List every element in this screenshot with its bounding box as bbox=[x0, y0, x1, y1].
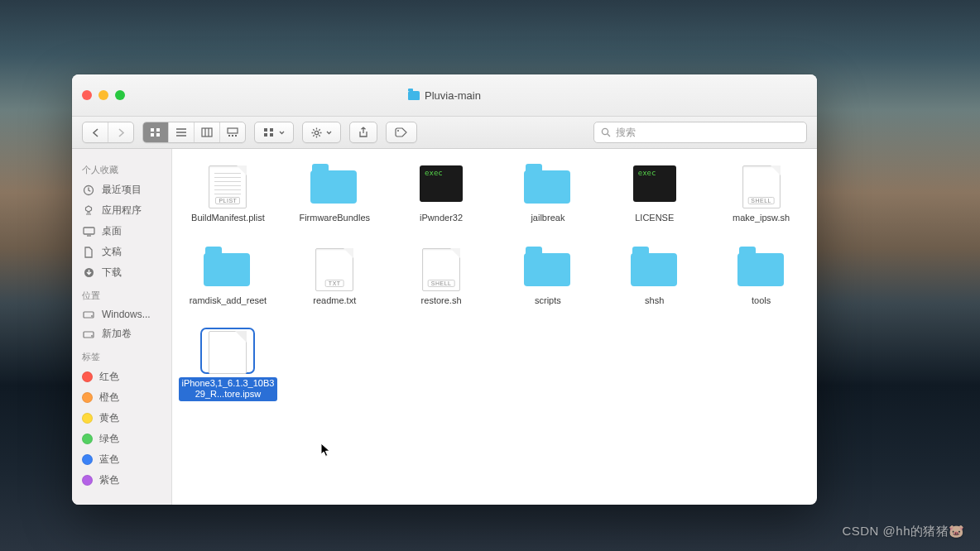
list-view-button[interactable] bbox=[169, 122, 195, 142]
toolbar: 搜索 bbox=[72, 117, 817, 149]
sidebar-item-label: 红色 bbox=[99, 370, 119, 384]
gallery-view-button[interactable] bbox=[220, 122, 245, 142]
sidebar-item-label: 橙色 bbox=[99, 390, 119, 405]
action-button[interactable] bbox=[302, 122, 341, 143]
cursor-icon bbox=[320, 443, 332, 458]
file-item[interactable]: ramdisk_add_reset bbox=[177, 243, 279, 311]
sidebar-item-label: 最近项目 bbox=[102, 183, 142, 197]
chevron-down-icon bbox=[326, 131, 332, 135]
svg-rect-11 bbox=[228, 135, 230, 137]
sidebar-item[interactable]: 下载 bbox=[72, 262, 171, 283]
file-item[interactable]: TXTreadme.txt bbox=[284, 243, 386, 311]
folder-icon bbox=[524, 248, 572, 288]
forward-button[interactable] bbox=[108, 122, 133, 142]
tag-dot-icon bbox=[82, 413, 93, 424]
sidebar-item[interactable]: 绿色 bbox=[72, 429, 171, 449]
file-label: shsh bbox=[642, 295, 666, 308]
desk-icon bbox=[82, 226, 95, 237]
file-item[interactable]: SHELLrestore.sh bbox=[391, 243, 492, 311]
file-item[interactable]: SHELLmake_ipsw.sh bbox=[710, 161, 812, 228]
file-item[interactable]: jailbreak bbox=[497, 161, 599, 228]
column-view-button[interactable] bbox=[195, 122, 220, 142]
finder-window: Pluvia-main bbox=[72, 74, 817, 505]
svg-rect-7 bbox=[202, 128, 212, 137]
window-title: Pluvia-main bbox=[72, 89, 817, 102]
folder-icon bbox=[408, 91, 420, 100]
search-placeholder: 搜索 bbox=[616, 126, 636, 140]
group-by-button[interactable] bbox=[254, 122, 294, 143]
svg-rect-36 bbox=[84, 332, 94, 338]
file-label: jailbreak bbox=[528, 212, 567, 225]
document-icon: SHELL bbox=[417, 248, 465, 288]
file-label: readme.txt bbox=[310, 295, 358, 308]
svg-line-23 bbox=[313, 129, 314, 130]
search-field[interactable]: 搜索 bbox=[593, 122, 807, 143]
svg-rect-1 bbox=[156, 128, 160, 132]
tag-icon bbox=[395, 127, 408, 137]
window-title-text: Pluvia-main bbox=[425, 89, 481, 102]
sidebar-item[interactable]: 新加卷 bbox=[72, 323, 171, 344]
maximize-button[interactable] bbox=[115, 90, 125, 100]
file-item[interactable]: execiPwnder32 bbox=[391, 161, 492, 228]
sidebar-header: 标签 bbox=[72, 344, 171, 367]
svg-point-28 bbox=[602, 128, 608, 134]
file-label: LICENSE bbox=[632, 212, 676, 225]
sidebar-item[interactable]: 紫色 bbox=[72, 470, 171, 491]
document-icon: SHELL bbox=[737, 165, 785, 205]
svg-rect-3 bbox=[156, 133, 160, 137]
sidebar-item[interactable]: 桌面 bbox=[72, 221, 171, 242]
tag-dot-icon bbox=[82, 371, 93, 382]
file-item[interactable]: tools bbox=[710, 243, 812, 311]
share-button[interactable] bbox=[349, 122, 377, 143]
svg-point-18 bbox=[315, 131, 318, 134]
svg-point-35 bbox=[91, 315, 93, 317]
file-label: make_ipsw.sh bbox=[730, 212, 792, 225]
sidebar-item-label: 新加卷 bbox=[102, 327, 132, 341]
sidebar-item[interactable]: 最近项目 bbox=[72, 180, 171, 200]
tag-dot-icon bbox=[82, 475, 93, 486]
svg-point-27 bbox=[397, 130, 399, 132]
sidebar-item[interactable]: 蓝色 bbox=[72, 449, 171, 470]
sidebar-item[interactable]: 黄色 bbox=[72, 408, 171, 429]
file-label: restore.sh bbox=[419, 295, 464, 308]
sidebar-item-label: 下载 bbox=[102, 266, 122, 280]
file-grid[interactable]: PLISTBuildManifest.plistFirmwareBundlese… bbox=[172, 149, 817, 505]
folder-icon bbox=[524, 165, 572, 205]
file-icon bbox=[204, 331, 252, 371]
close-button[interactable] bbox=[82, 90, 92, 100]
file-item[interactable]: execLICENSE bbox=[603, 161, 705, 228]
file-item[interactable]: iPhone3,1_6.1.3_10B329_R...tore.ipsw bbox=[177, 326, 279, 405]
svg-rect-31 bbox=[84, 228, 94, 234]
file-item[interactable]: shsh bbox=[603, 243, 705, 311]
folder-icon bbox=[737, 248, 785, 288]
disk-icon bbox=[82, 309, 95, 320]
minimize-button[interactable] bbox=[98, 90, 108, 100]
file-label: iPhone3,1_6.1.3_10B329_R...tore.ipsw bbox=[179, 377, 277, 402]
chevron-down-icon bbox=[279, 131, 285, 135]
tag-dot-icon bbox=[82, 392, 93, 403]
svg-line-24 bbox=[319, 135, 319, 136]
desktop: Pluvia-main bbox=[0, 0, 980, 551]
sidebar-item[interactable]: 红色 bbox=[72, 367, 171, 387]
icon-view-button[interactable] bbox=[143, 122, 169, 142]
file-item[interactable]: FirmwareBundles bbox=[284, 161, 386, 228]
sidebar-item[interactable]: Windows... bbox=[72, 305, 171, 323]
clock-icon bbox=[82, 184, 95, 196]
back-button[interactable] bbox=[83, 122, 108, 142]
file-label: scripts bbox=[532, 295, 564, 308]
tags-button[interactable] bbox=[386, 122, 417, 143]
doc-icon bbox=[82, 247, 95, 258]
file-item[interactable]: scripts bbox=[497, 243, 599, 311]
titlebar[interactable]: Pluvia-main bbox=[72, 74, 817, 117]
app-icon bbox=[82, 205, 95, 217]
document-icon: PLIST bbox=[204, 165, 252, 205]
sidebar-item-label: 应用程序 bbox=[102, 204, 142, 218]
svg-rect-17 bbox=[270, 133, 273, 137]
tag-dot-icon bbox=[82, 434, 93, 444]
sidebar-item-label: 黄色 bbox=[99, 411, 119, 425]
file-item[interactable]: PLISTBuildManifest.plist bbox=[177, 161, 279, 228]
sidebar-item[interactable]: 橙色 bbox=[72, 387, 171, 408]
file-label: iPwnder32 bbox=[417, 212, 465, 225]
sidebar-item[interactable]: 文稿 bbox=[72, 242, 171, 262]
sidebar-item[interactable]: 应用程序 bbox=[72, 200, 171, 221]
